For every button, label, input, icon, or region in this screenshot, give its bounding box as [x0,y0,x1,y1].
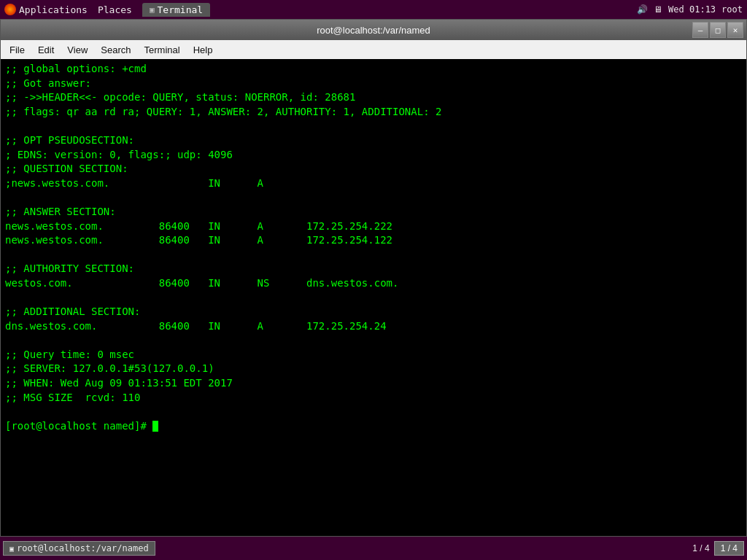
minimize-button[interactable]: – [692,22,708,38]
terminal-output[interactable]: ;; global options: +cmd ;; Got answer: ;… [1,59,746,536]
os-logo [4,4,16,15]
menu-terminal[interactable]: Terminal [139,43,186,57]
workspace-indicator: 1 / 4 [692,543,709,553]
terminal-tab-icon: ▣ [150,5,155,15]
window-controls: – □ ✕ [692,22,743,38]
workspace-button[interactable]: 1 / 4 [714,541,744,556]
taskbar: ▣ root@localhost:/var/named 1 / 4 1 / 4 [0,537,747,560]
menu-view[interactable]: View [61,43,93,57]
maximize-button[interactable]: □ [710,22,726,38]
system-tray: 🔊 🖥 Wed 01:13 root [637,4,743,15]
menu-file[interactable]: File [4,43,31,57]
menu-edit[interactable]: Edit [32,43,60,57]
taskbar-terminal-icon: ▣ [9,545,14,553]
window-title: root@localhost:/var/named [317,25,430,36]
close-button[interactable]: ✕ [727,22,743,38]
menu-help[interactable]: Help [187,43,219,57]
title-bar: root@localhost:/var/named – □ ✕ [1,20,746,40]
terminal-tab-label: Terminal [158,4,204,15]
menu-bar: File Edit View Search Terminal Help [1,40,746,59]
applications-menu[interactable]: Applications [19,4,88,15]
places-menu[interactable]: Places [98,4,132,15]
menu-search[interactable]: Search [95,43,136,57]
taskbar-terminal-label: root@localhost:/var/named [17,543,149,553]
user-label: root [721,4,743,15]
terminal-tab[interactable]: ▣ Terminal [142,3,210,17]
terminal-cursor [152,421,158,432]
display-icon[interactable]: 🖥 [654,4,662,15]
taskbar-terminal-item[interactable]: ▣ root@localhost:/var/named [3,541,155,556]
sound-icon[interactable]: 🔊 [637,4,648,15]
clock: Wed 01:13 [668,4,716,15]
terminal-window: root@localhost:/var/named – □ ✕ File Edi… [0,19,747,537]
system-bar: Applications Places ▣ Terminal 🔊 🖥 Wed 0… [0,0,747,19]
